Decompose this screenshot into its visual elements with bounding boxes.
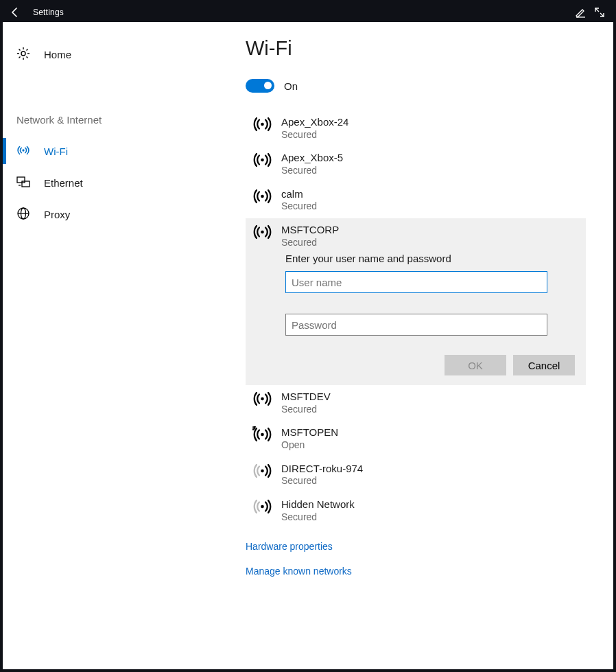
network-ssid: DIRECT-roku-974 xyxy=(281,463,363,476)
main-panel: Wi-Fi On Apex_Xbox-24 Secured xyxy=(222,22,613,669)
edit-button[interactable] xyxy=(571,4,590,21)
network-status: Secured xyxy=(281,165,343,177)
network-row[interactable]: Apex_Xbox-24 Secured xyxy=(246,111,586,146)
svg-point-8 xyxy=(261,123,264,126)
wifi-signal-icon xyxy=(252,224,273,243)
network-status: Secured xyxy=(281,200,317,213)
wifi-signal-icon: ! xyxy=(252,426,273,445)
sidebar-item-label: Ethernet xyxy=(44,177,83,189)
credentials-prompt: Enter your user name and password xyxy=(285,253,579,264)
svg-point-11 xyxy=(261,230,264,233)
sidebar-item-wifi[interactable]: Wi-Fi xyxy=(3,135,222,167)
manage-known-networks-link[interactable]: Manage known networks xyxy=(246,566,586,577)
network-status: Secured xyxy=(281,237,339,249)
cancel-button[interactable]: Cancel xyxy=(513,355,575,375)
network-ssid: Hidden Network xyxy=(281,498,355,511)
sidebar-item-label: Wi-Fi xyxy=(44,146,68,157)
fullscreen-button[interactable] xyxy=(590,4,609,21)
network-ssid: Apex_Xbox-24 xyxy=(281,116,348,129)
svg-point-0 xyxy=(21,51,25,56)
network-status: Secured xyxy=(281,475,363,487)
titlebar: Settings xyxy=(3,3,613,22)
back-button[interactable] xyxy=(7,4,23,21)
sidebar-section-heading: Network & Internet xyxy=(3,114,222,126)
network-status: Open xyxy=(281,439,338,452)
network-ssid: Apex_Xbox-5 xyxy=(281,152,343,165)
svg-point-16 xyxy=(261,505,264,508)
network-status: Secured xyxy=(281,511,355,524)
wifi-toggle-label: On xyxy=(284,80,298,92)
svg-rect-3 xyxy=(22,181,29,187)
svg-rect-2 xyxy=(17,177,25,183)
globe-icon xyxy=(16,207,30,222)
network-row[interactable]: Apex_Xbox-5 Secured xyxy=(246,146,586,182)
hardware-properties-link[interactable]: Hardware properties xyxy=(246,541,586,552)
network-row-selected[interactable]: MSFTCORP Secured Enter your user name an… xyxy=(246,218,586,385)
network-ssid: MSFTOPEN xyxy=(281,426,338,439)
network-ssid: MSFTDEV xyxy=(281,391,331,404)
sidebar-item-ethernet[interactable]: Ethernet xyxy=(3,167,222,198)
window-title: Settings xyxy=(33,8,64,17)
sidebar-item-label: Proxy xyxy=(44,209,70,220)
wifi-icon xyxy=(16,144,30,159)
gear-icon xyxy=(16,47,30,62)
network-status: Secured xyxy=(281,404,331,416)
ok-button[interactable]: OK xyxy=(445,355,506,375)
network-ssid: MSFTCORP xyxy=(281,224,339,237)
svg-point-13 xyxy=(261,433,264,437)
home-link[interactable]: Home xyxy=(3,38,222,70)
network-row[interactable]: Hidden Network Secured xyxy=(246,493,586,529)
svg-text:!: ! xyxy=(252,426,254,430)
network-ssid: calm xyxy=(281,188,317,201)
wifi-signal-icon xyxy=(252,152,273,171)
wifi-signal-icon xyxy=(252,498,273,518)
wifi-signal-icon xyxy=(252,116,273,135)
ethernet-icon xyxy=(16,176,30,190)
network-row[interactable]: ! MSFTOPEN Open xyxy=(246,421,586,456)
network-status: Secured xyxy=(281,129,348,141)
wifi-toggle[interactable] xyxy=(246,79,274,93)
home-label: Home xyxy=(44,49,71,60)
wifi-signal-icon xyxy=(252,188,273,207)
svg-point-10 xyxy=(261,194,264,198)
network-row[interactable]: MSFTDEV Secured xyxy=(246,385,586,421)
sidebar: Home Network & Internet Wi-Fi Ethernet xyxy=(3,22,222,669)
password-input[interactable] xyxy=(285,314,547,336)
svg-point-15 xyxy=(261,469,264,472)
network-list: Apex_Xbox-24 Secured Apex_Xbox-5 Secured xyxy=(246,111,586,529)
wifi-signal-icon xyxy=(252,391,273,410)
network-row[interactable]: calm Secured xyxy=(246,183,586,218)
page-title: Wi-Fi xyxy=(246,37,586,60)
network-row[interactable]: DIRECT-roku-974 Secured xyxy=(246,457,586,493)
svg-point-12 xyxy=(261,397,264,401)
svg-point-1 xyxy=(22,149,24,151)
username-input[interactable] xyxy=(285,271,547,293)
sidebar-item-proxy[interactable]: Proxy xyxy=(3,198,222,230)
svg-point-9 xyxy=(261,159,264,162)
wifi-signal-icon xyxy=(252,463,273,482)
